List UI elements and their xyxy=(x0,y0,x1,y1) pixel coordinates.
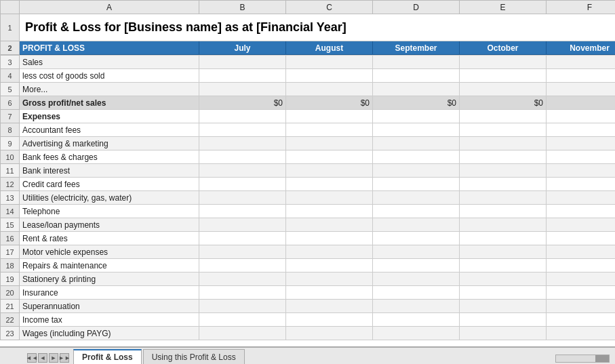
cell-value xyxy=(199,56,286,69)
cell-value xyxy=(199,191,286,205)
cell-value xyxy=(199,164,286,178)
cell-value xyxy=(460,272,547,286)
row-num-16: 16 xyxy=(1,232,20,245)
cell-value xyxy=(373,56,460,69)
row-num-3: 3 xyxy=(1,56,20,69)
cell-value xyxy=(460,327,547,340)
sheet-nav-arrows[interactable]: ◄◄ ◄ ► ►► xyxy=(27,353,69,363)
cell-value xyxy=(373,245,460,259)
cell-value xyxy=(286,137,373,150)
row-num-20: 20 xyxy=(1,286,20,300)
cell-value xyxy=(460,245,547,259)
cell-value xyxy=(199,137,286,150)
cell-value xyxy=(373,327,460,340)
col-header-e: E xyxy=(460,1,547,14)
table-row: 19 Stationery & printing xyxy=(1,272,616,286)
cell-value xyxy=(373,272,460,286)
cell-value xyxy=(460,150,547,164)
cell-value xyxy=(199,205,286,218)
cell-value xyxy=(547,259,616,272)
cell-value: $0 xyxy=(547,96,616,110)
cell-value xyxy=(373,110,460,123)
nav-next[interactable]: ► xyxy=(49,353,58,363)
cell-value xyxy=(547,164,616,178)
row-label: Income tax xyxy=(20,313,199,327)
row-num-7: 7 xyxy=(1,110,20,123)
cell-value xyxy=(199,218,286,232)
row-num-8: 8 xyxy=(1,123,20,137)
header-september: September xyxy=(373,41,460,55)
cell-value xyxy=(373,123,460,137)
row-label: less cost of goods sold xyxy=(20,69,199,83)
cell-value xyxy=(460,164,547,178)
cell-value xyxy=(286,83,373,96)
cell-value xyxy=(460,191,547,205)
row-label: Bank fees & charges xyxy=(20,150,199,164)
nav-first[interactable]: ◄◄ xyxy=(27,353,37,363)
cell-value xyxy=(460,69,547,83)
cell-value xyxy=(547,150,616,164)
cell-value xyxy=(460,259,547,272)
table-row: 14 Telephone xyxy=(1,205,616,218)
row-label: Repairs & maintenance xyxy=(20,259,199,272)
cell-value xyxy=(286,150,373,164)
tab-using-profit-loss[interactable]: Using this Profit & Loss xyxy=(143,349,245,364)
table-row: 12 Credit card fees xyxy=(1,178,616,191)
corner-header xyxy=(1,1,20,14)
table-row: 23 Wages (including PAYG) xyxy=(1,327,616,340)
row-label: Stationery & printing xyxy=(20,272,199,286)
col-header-f: F xyxy=(547,1,616,14)
cell-value xyxy=(547,83,616,96)
table-row: 8 Accountant fees xyxy=(1,123,616,137)
row-label: Utilities (electricity, gas, water) xyxy=(20,191,199,205)
cell-value xyxy=(373,164,460,178)
cell-value xyxy=(547,110,616,123)
nav-last[interactable]: ►► xyxy=(60,353,69,363)
cell-value xyxy=(373,300,460,313)
cell-value xyxy=(547,232,616,245)
cell-value xyxy=(460,300,547,313)
cell-value xyxy=(460,178,547,191)
scroll-box[interactable] xyxy=(555,355,610,363)
tab-bar: ◄◄ ◄ ► ►► Profit & Loss Using this Profi… xyxy=(0,346,615,364)
row-label: Credit card fees xyxy=(20,178,199,191)
row-num-6: 6 xyxy=(1,96,20,110)
row-num-21: 21 xyxy=(1,300,20,313)
row-label: Sales xyxy=(20,56,199,69)
cell-value: $0 xyxy=(373,96,460,110)
cell-value xyxy=(373,205,460,218)
header-label: PROFIT & LOSS xyxy=(20,41,199,55)
cell-value xyxy=(286,205,373,218)
cell-value xyxy=(547,245,616,259)
row-label: Superannuation xyxy=(20,300,199,313)
cell-value xyxy=(547,205,616,218)
cell-value xyxy=(373,313,460,327)
cell-value xyxy=(199,123,286,137)
row-num-10: 10 xyxy=(1,150,20,164)
row-num-11: 11 xyxy=(1,164,20,178)
cell-value xyxy=(199,245,286,259)
cell-value xyxy=(460,83,547,96)
table-row: 18 Repairs & maintenance xyxy=(1,259,616,272)
row-num-17: 17 xyxy=(1,245,20,259)
cell-value xyxy=(286,259,373,272)
cell-value xyxy=(373,191,460,205)
nav-prev[interactable]: ◄ xyxy=(38,353,47,363)
row-num-1: 1 xyxy=(1,14,20,41)
table-row: 15 Lease/loan payments xyxy=(1,218,616,232)
row-num-18: 18 xyxy=(1,259,20,272)
cell-value xyxy=(199,259,286,272)
spreadsheet-area: A B C D E F 1 Profit & Loss for [Busines… xyxy=(0,0,615,346)
cell-value xyxy=(373,83,460,96)
cell-value xyxy=(373,137,460,150)
cell-value xyxy=(460,205,547,218)
column-headers: A B C D E F xyxy=(1,1,616,14)
row-num-15: 15 xyxy=(1,218,20,232)
cell-value xyxy=(199,150,286,164)
cell-value xyxy=(460,110,547,123)
row-num-12: 12 xyxy=(1,178,20,191)
cell-value xyxy=(286,123,373,137)
header-october: October xyxy=(460,41,547,55)
tab-profit-loss[interactable]: Profit & Loss xyxy=(73,349,142,364)
scroll-thumb xyxy=(595,355,609,362)
